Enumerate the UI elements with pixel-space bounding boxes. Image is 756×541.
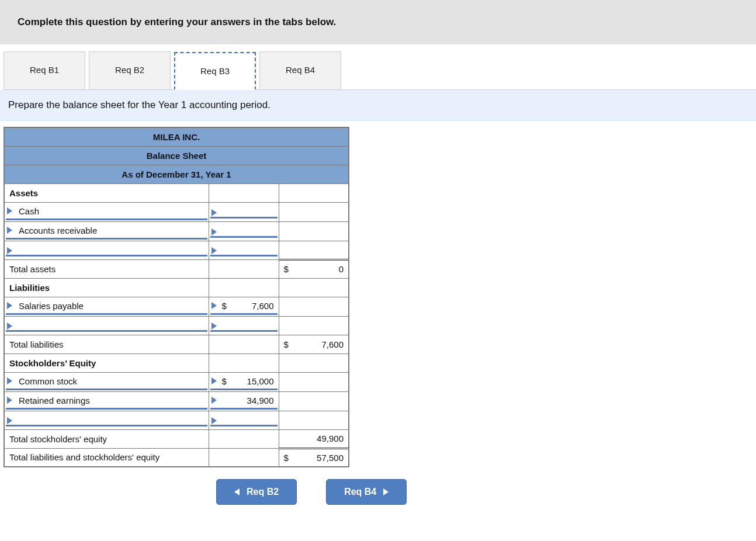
se-blank-amount-cell[interactable] <box>209 411 279 429</box>
dropdown-icon <box>6 244 207 256</box>
blank-cell <box>209 278 279 297</box>
liab-blank-label-cell[interactable] <box>4 316 209 335</box>
blank-cell <box>209 429 279 448</box>
tab-label: Req B1 <box>30 65 59 75</box>
blank-cell <box>279 278 349 297</box>
dropdown-icon: 34,900 <box>210 393 278 410</box>
salaries-label: Salaries payable <box>19 301 84 311</box>
currency-symbol: $ <box>284 264 289 274</box>
ar-label: Accounts receivable <box>19 226 97 235</box>
blank-cell <box>209 259 279 278</box>
total-assets-label: Total assets <box>4 259 209 278</box>
blank-cell <box>209 335 279 353</box>
total-liab-label: Total liabilities <box>4 335 209 353</box>
blank-cell <box>279 221 349 241</box>
row-total-lse: Total liabilities and stockholders' equi… <box>4 448 349 467</box>
blank-cell <box>209 353 279 372</box>
dropdown-icon <box>210 206 278 219</box>
total-se-value: 49,900 <box>279 429 349 448</box>
liabilities-head: Liabilities <box>4 278 209 297</box>
salaries-amount-cell[interactable]: $7,600 <box>209 297 279 316</box>
currency-symbol: $ <box>284 339 289 349</box>
tabs-row: Req B1 Req B2 Req B3 Req B4 <box>4 51 756 90</box>
nav-row: Req B2 Req B4 <box>216 479 756 505</box>
retained-label-cell[interactable]: Retained earnings <box>4 391 209 411</box>
cash-label-cell[interactable]: Cash <box>4 202 209 221</box>
dropdown-icon: Cash <box>6 204 207 220</box>
prompt-text: Prepare the balance sheet for the Year 1… <box>8 99 271 110</box>
tab-label: Req B4 <box>286 65 315 75</box>
common-label: Common stock <box>19 376 77 386</box>
row-accounts-receivable: Accounts receivable <box>4 221 349 241</box>
blank-cell <box>209 183 279 202</box>
prev-label: Req B2 <box>247 487 279 497</box>
tab-label: Req B3 <box>200 66 230 76</box>
blank-cell <box>279 316 349 335</box>
row-retained-earnings: Retained earnings 34,900 <box>4 391 349 411</box>
row-common-stock: Common stock $15,000 <box>4 372 349 391</box>
row-total-assets: Total assets $0 <box>4 259 349 278</box>
amount-value: 0 <box>289 264 344 274</box>
asset-blank-label-cell[interactable] <box>4 241 209 259</box>
row-cash: Cash <box>4 202 349 221</box>
tab-req-b4[interactable]: Req B4 <box>259 51 341 89</box>
blank-cell <box>279 372 349 391</box>
se-head: Stockholders’ Equity <box>4 353 209 372</box>
row-se-blank <box>4 411 349 429</box>
tab-req-b1[interactable]: Req B1 <box>4 51 85 89</box>
next-button[interactable]: Req B4 <box>326 479 407 505</box>
amount-value: 7,600 <box>289 339 344 349</box>
amount-value: 57,500 <box>289 453 344 463</box>
common-amount-cell[interactable]: $15,000 <box>209 372 279 391</box>
se-blank-label-cell[interactable] <box>4 411 209 429</box>
sheet-title: Balance Sheet <box>4 146 349 165</box>
next-label: Req B4 <box>344 487 376 497</box>
blank-cell <box>279 297 349 316</box>
dropdown-icon: $7,600 <box>210 299 278 315</box>
tab-req-b3[interactable]: Req B3 <box>174 52 256 90</box>
dropdown-icon <box>210 319 278 332</box>
retained-amount-cell[interactable]: 34,900 <box>209 391 279 411</box>
prompt-bar: Prepare the balance sheet for the Year 1… <box>0 90 756 121</box>
sheet-company: MILEA INC. <box>4 127 349 146</box>
total-lse-label: Total liabilities and stockholders' equi… <box>4 448 209 467</box>
blank-cell <box>279 241 349 259</box>
tab-req-b2[interactable]: Req B2 <box>89 51 171 89</box>
total-se-label: Total stockholders' equity <box>4 429 209 448</box>
chevron-left-icon <box>234 488 240 495</box>
prev-button[interactable]: Req B2 <box>216 479 297 505</box>
row-se-head: Stockholders’ Equity <box>4 353 349 372</box>
row-salaries-payable: Salaries payable $7,600 <box>4 297 349 316</box>
liab-blank-amount-cell[interactable] <box>209 316 279 335</box>
dropdown-icon <box>210 414 278 426</box>
amount-value: 34,900 <box>242 396 274 405</box>
row-liab-blank <box>4 316 349 335</box>
blank-cell <box>279 411 349 429</box>
currency-symbol: $ <box>222 376 227 386</box>
dropdown-icon <box>6 319 207 332</box>
ar-amount-cell[interactable] <box>209 221 279 241</box>
dropdown-icon: Salaries payable <box>6 299 207 315</box>
ar-label-cell[interactable]: Accounts receivable <box>4 221 209 241</box>
salaries-label-cell[interactable]: Salaries payable <box>4 297 209 316</box>
dropdown-icon <box>6 414 207 426</box>
retained-label: Retained earnings <box>19 396 90 405</box>
dropdown-icon <box>210 225 278 238</box>
balance-sheet-wrap: MILEA INC. Balance Sheet As of December … <box>4 127 756 467</box>
instruction-text: Complete this question by entering your … <box>18 16 336 27</box>
row-asset-blank <box>4 241 349 259</box>
cash-amount-cell[interactable] <box>209 202 279 221</box>
asset-blank-amount-cell[interactable] <box>209 241 279 259</box>
row-liabilities-head: Liabilities <box>4 278 349 297</box>
dropdown-icon: Accounts receivable <box>6 223 207 240</box>
balance-sheet-table: MILEA INC. Balance Sheet As of December … <box>4 127 349 467</box>
row-total-se: Total stockholders' equity 49,900 <box>4 429 349 448</box>
amount-value: 15,000 <box>227 376 274 386</box>
blank-cell <box>279 353 349 372</box>
amount-value: 49,900 <box>312 434 344 443</box>
blank-cell <box>209 448 279 467</box>
common-label-cell[interactable]: Common stock <box>4 372 209 391</box>
dropdown-icon <box>210 244 278 256</box>
blank-cell <box>279 202 349 221</box>
amount-value: 7,600 <box>227 301 274 311</box>
